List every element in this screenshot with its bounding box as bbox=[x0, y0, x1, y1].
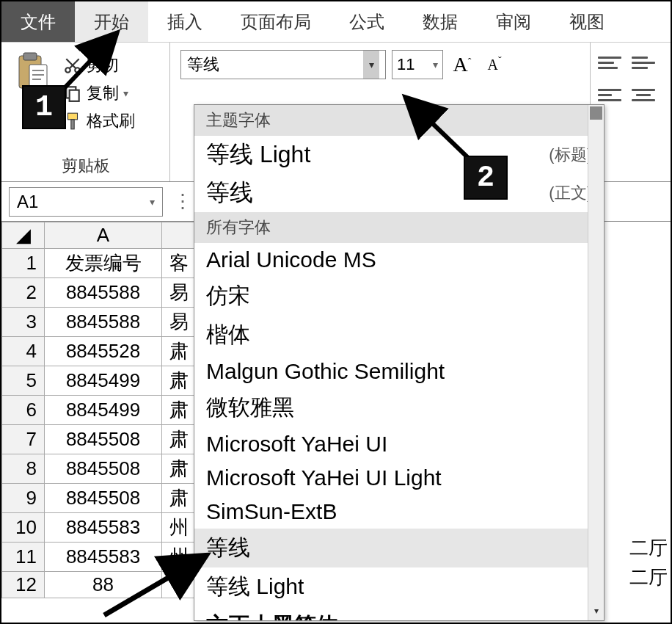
font-option[interactable]: 等线 bbox=[194, 529, 604, 567]
font-option[interactable]: 等线 Light(标题) bbox=[194, 136, 604, 174]
font-option[interactable]: Microsoft YaHei UI bbox=[194, 427, 604, 461]
scroll-thumb[interactable] bbox=[590, 106, 602, 120]
font-option-hint: (标题) bbox=[549, 144, 592, 166]
cell[interactable]: 8845583 bbox=[45, 543, 162, 572]
row-header[interactable]: 6 bbox=[2, 396, 45, 425]
name-box-value: A1 bbox=[17, 192, 38, 212]
decrease-font-size-button[interactable]: Aˇ bbox=[481, 50, 508, 79]
tab-formulas[interactable]: 公式 bbox=[330, 1, 403, 42]
dropdown-section-theme: 主题字体 bbox=[194, 105, 604, 136]
chevron-down-icon[interactable]: ▾ bbox=[150, 196, 155, 208]
scroll-down-icon[interactable]: ▾ bbox=[588, 606, 604, 620]
tab-page-layout[interactable]: 页面布局 bbox=[222, 1, 330, 42]
font-option[interactable]: Arial Unicode MS bbox=[194, 243, 604, 277]
table-row[interactable]: 58845499肃 bbox=[2, 366, 213, 396]
row-header[interactable]: 9 bbox=[2, 484, 45, 513]
font-name-dropdown[interactable]: 等线 ▾ bbox=[180, 50, 386, 79]
align-left-button[interactable] bbox=[595, 82, 624, 107]
table-row[interactable]: 88845508肃 bbox=[2, 454, 213, 484]
font-option[interactable]: 方正大黑简体 bbox=[194, 606, 604, 621]
svg-rect-11 bbox=[70, 90, 79, 101]
svg-rect-12 bbox=[68, 113, 78, 120]
row-header[interactable]: 1 bbox=[2, 249, 45, 278]
cell[interactable]: 8845499 bbox=[45, 366, 162, 396]
dropdown-section-all: 所有字体 bbox=[194, 212, 604, 243]
svg-rect-13 bbox=[71, 120, 74, 129]
font-size-value: 11 bbox=[397, 55, 414, 74]
table-row[interactable]: 1发票编号客 bbox=[2, 249, 213, 278]
chevron-down-icon[interactable]: ▾ bbox=[433, 59, 438, 70]
copy-label: 复制 bbox=[87, 82, 119, 104]
select-all-corner[interactable]: ◢ bbox=[2, 222, 45, 249]
format-painter-button[interactable]: 格式刷 bbox=[63, 110, 135, 132]
svg-rect-1 bbox=[23, 53, 37, 60]
cell[interactable]: 8845588 bbox=[45, 308, 162, 337]
callout-step-1: 1 bbox=[22, 85, 66, 129]
cell[interactable]: 8845508 bbox=[45, 454, 162, 484]
name-box[interactable]: A1 ▾ bbox=[9, 187, 163, 217]
font-option-name: 等线 Light bbox=[206, 139, 310, 171]
table-row[interactable]: 78845508肃 bbox=[2, 425, 213, 454]
align-center-button[interactable] bbox=[629, 82, 658, 107]
table-row[interactable]: 68845499肃 bbox=[2, 396, 213, 425]
format-painter-label: 格式刷 bbox=[87, 110, 135, 132]
align-top-button[interactable] bbox=[595, 50, 624, 75]
font-option[interactable]: Malgun Gothic Semilight bbox=[194, 355, 604, 388]
tab-data[interactable]: 数据 bbox=[403, 1, 477, 42]
font-option[interactable]: 仿宋 bbox=[194, 277, 604, 316]
copy-button[interactable]: 复制 ▾ bbox=[63, 82, 135, 104]
font-option[interactable]: SimSun-ExtB bbox=[194, 495, 604, 529]
cell[interactable]: 8845499 bbox=[45, 396, 162, 425]
spreadsheet-grid[interactable]: ◢ A 1发票编号客28845588易38845588易48845528肃588… bbox=[1, 222, 213, 598]
font-size-dropdown[interactable]: 11 ▾ bbox=[392, 50, 443, 79]
row-header[interactable]: 4 bbox=[2, 337, 45, 366]
cell[interactable]: 8845588 bbox=[45, 278, 162, 308]
scissors-icon bbox=[63, 56, 82, 75]
cell[interactable]: 88 bbox=[45, 572, 162, 598]
increase-font-size-button[interactable]: Aˆ bbox=[449, 50, 475, 79]
clipboard-group-label: 剪贴板 bbox=[1, 155, 169, 177]
font-option[interactable]: 等线 Light bbox=[194, 567, 604, 606]
cell[interactable]: 8845528 bbox=[45, 337, 162, 366]
row-header[interactable]: 2 bbox=[2, 278, 45, 308]
tab-insert[interactable]: 插入 bbox=[148, 1, 222, 42]
tab-view[interactable]: 视图 bbox=[550, 1, 624, 42]
font-option[interactable]: 楷体 bbox=[194, 316, 604, 355]
table-row[interactable]: 118845583州 bbox=[2, 543, 213, 572]
cut-label: 剪切 bbox=[87, 54, 119, 76]
table-row[interactable]: 1288 bbox=[2, 572, 213, 598]
font-option[interactable]: 微软雅黑 bbox=[194, 388, 604, 427]
row-header[interactable]: 10 bbox=[2, 513, 45, 543]
row-header[interactable]: 7 bbox=[2, 425, 45, 454]
chevron-down-icon[interactable]: ▾ bbox=[363, 51, 379, 79]
cell[interactable]: 发票编号 bbox=[45, 249, 162, 278]
table-row[interactable]: 38845588易 bbox=[2, 308, 213, 337]
cell[interactable]: 8845508 bbox=[45, 425, 162, 454]
font-option[interactable]: 等线(正文) bbox=[194, 174, 604, 212]
row-header[interactable]: 3 bbox=[2, 308, 45, 337]
align-middle-button[interactable] bbox=[629, 50, 658, 75]
font-dropdown-panel: 主题字体 等线 Light(标题)等线(正文) 所有字体 Arial Unico… bbox=[194, 104, 605, 621]
table-row[interactable]: 108845583州 bbox=[2, 513, 213, 543]
fx-expand-icon[interactable]: ⋮ bbox=[173, 190, 195, 213]
cell[interactable]: 8845508 bbox=[45, 484, 162, 513]
font-option-name: 等线 bbox=[206, 177, 253, 209]
dropdown-scrollbar[interactable]: ▴ ▾ bbox=[588, 105, 604, 620]
row-header[interactable]: 11 bbox=[2, 543, 45, 572]
chevron-down-icon[interactable]: ▾ bbox=[123, 87, 128, 99]
cell[interactable]: 8845583 bbox=[45, 513, 162, 543]
increase-font-icon: Aˆ bbox=[453, 53, 472, 76]
cut-button[interactable]: 剪切 bbox=[63, 54, 135, 76]
font-option[interactable]: Microsoft YaHei UI Light bbox=[194, 461, 604, 495]
column-header-a[interactable]: A bbox=[45, 222, 162, 249]
row-header[interactable]: 12 bbox=[2, 572, 45, 598]
tab-home[interactable]: 开始 bbox=[75, 1, 148, 42]
tab-file[interactable]: 文件 bbox=[1, 1, 75, 42]
table-row[interactable]: 98845508肃 bbox=[2, 484, 213, 513]
font-name-value: 等线 bbox=[187, 54, 219, 76]
table-row[interactable]: 48845528肃 bbox=[2, 337, 213, 366]
row-header[interactable]: 5 bbox=[2, 366, 45, 396]
row-header[interactable]: 8 bbox=[2, 454, 45, 484]
tab-review[interactable]: 审阅 bbox=[477, 1, 550, 42]
table-row[interactable]: 28845588易 bbox=[2, 278, 213, 308]
